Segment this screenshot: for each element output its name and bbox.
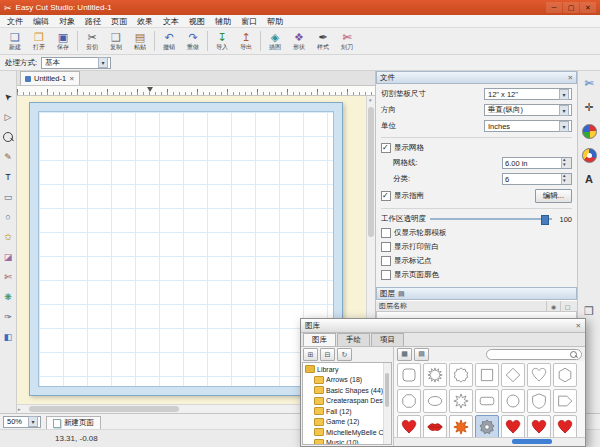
tree-scrollbar[interactable] (383, 363, 391, 444)
library-folder[interactable]: Game (12) (305, 417, 383, 428)
zoom-tool[interactable] (0, 129, 16, 145)
font-style-icon[interactable]: A (581, 171, 597, 187)
node-edit-tool[interactable]: ▷ (0, 109, 16, 125)
shape-rounded-square[interactable] (397, 363, 421, 387)
shape-scallop[interactable] (449, 363, 473, 387)
menu-item[interactable]: 对象 (54, 16, 80, 27)
gridline-stepper[interactable]: 6.00 in (502, 157, 572, 169)
minimize-button[interactable]: ─ (546, 2, 562, 13)
display-option-checkbox[interactable] (381, 270, 391, 280)
cutting-mat-grid[interactable] (38, 111, 334, 387)
orientation-select[interactable]: 垂直(纵向) (484, 104, 572, 116)
open-button[interactable]: ❐打开 (27, 31, 51, 51)
menu-item[interactable]: 窗口 (236, 16, 262, 27)
eraser-tool[interactable]: ◪ (0, 249, 16, 265)
slider-handle[interactable] (541, 215, 549, 225)
stepper-down-icon[interactable] (562, 163, 571, 168)
menu-item[interactable]: 编辑 (28, 16, 54, 27)
view-grid-large-icon[interactable]: ▤ (414, 348, 429, 361)
close-library-icon[interactable] (576, 321, 581, 330)
shape-heart[interactable] (527, 363, 551, 387)
shape-gear[interactable] (475, 415, 499, 437)
shape-heart[interactable] (501, 415, 525, 437)
library-scrollbar-thumb[interactable] (512, 439, 552, 444)
fill-tool[interactable]: ◧ (0, 329, 16, 345)
workspace-alpha-slider[interactable] (430, 214, 552, 224)
units-select[interactable]: Inches (484, 120, 572, 132)
subdivision-stepper[interactable]: 6 (502, 173, 572, 185)
library-folder[interactable]: Library (305, 364, 383, 375)
shape-rounded-rect[interactable] (475, 389, 499, 413)
library-folder[interactable]: MichelleMyBelle Cre... (305, 427, 383, 438)
cutting-mat[interactable] (29, 102, 343, 396)
shape-heart[interactable] (527, 415, 551, 437)
shape-burst[interactable] (423, 363, 447, 387)
stamp-tool[interactable]: ❋ (0, 289, 16, 305)
stepper-down-icon[interactable] (562, 179, 571, 184)
view-grid-small-icon[interactable]: ▦ (397, 348, 412, 361)
menu-item[interactable]: 页面 (106, 16, 132, 27)
paste-button[interactable]: ▤粘贴 (128, 31, 152, 51)
library-tab[interactable]: 图库 (303, 333, 336, 346)
new-page-tab[interactable]: 新建页面 (46, 416, 101, 429)
library-scrollbar[interactable] (394, 437, 585, 446)
refresh-button[interactable]: ↻ (337, 348, 352, 361)
edit-guides-button[interactable]: 编辑... (535, 189, 572, 203)
shape-shield[interactable] (527, 389, 551, 413)
rect-tool[interactable]: ▭ (0, 189, 16, 205)
document-tab[interactable]: Untitled-1 (20, 71, 80, 85)
show-grid-checkbox[interactable] (381, 143, 391, 153)
vertical-scrollbar-thumb[interactable] (368, 107, 374, 237)
library-title-bar[interactable]: 图库 (301, 319, 585, 333)
shape-diamond[interactable] (501, 363, 525, 387)
import-button[interactable]: ↧导入 (210, 31, 234, 51)
menu-item[interactable]: 路径 (80, 16, 106, 27)
menu-item[interactable]: 文本 (158, 16, 184, 27)
ellipse-tool[interactable]: ○ (0, 209, 16, 225)
redo-button[interactable]: ↷重做 (181, 31, 205, 51)
shape-heart[interactable] (397, 415, 421, 437)
library-folder[interactable]: Basic Shapes (44) (305, 385, 383, 396)
tree-scrollbar-thumb[interactable] (385, 373, 389, 407)
knife-tool[interactable]: ✄ (0, 269, 16, 285)
shape-oval[interactable] (423, 389, 447, 413)
horizontal-scrollbar-thumb[interactable] (29, 406, 179, 412)
library-folder[interactable]: Arrows (18) (305, 375, 383, 386)
shape-tag[interactable] (553, 389, 577, 413)
mat-size-select[interactable]: 12" x 12" (484, 88, 572, 100)
menu-item[interactable]: 文件 (2, 16, 28, 27)
select-tool[interactable]: ➤ (0, 89, 16, 105)
shape-flower[interactable] (449, 389, 473, 413)
horizontal-ruler[interactable] (17, 86, 375, 96)
trace-button[interactable]: ◈描图 (263, 31, 287, 51)
library-tab[interactable]: 手绘 (337, 333, 370, 346)
styles-button[interactable]: ✒样式 (311, 31, 335, 51)
mode-select[interactable]: 基本 (41, 57, 111, 69)
show-guides-checkbox[interactable] (381, 191, 391, 201)
export-button[interactable]: ↥导出 (234, 31, 258, 51)
shape-circle[interactable] (501, 389, 525, 413)
move-icon[interactable]: ✛ (581, 99, 597, 115)
shape-octagon[interactable] (397, 389, 421, 413)
shape-heart[interactable] (553, 415, 577, 437)
shape-square[interactable] (475, 363, 499, 387)
remove-folder-button[interactable]: ⊟ (320, 348, 335, 361)
maximize-button[interactable]: ▢ (563, 2, 579, 13)
display-option-checkbox[interactable] (381, 256, 391, 266)
star-tool[interactable]: ✩ (0, 229, 16, 245)
close-button[interactable]: ✕ (580, 2, 596, 13)
zoom-select[interactable]: 50% (3, 416, 41, 428)
display-option-checkbox[interactable] (381, 228, 391, 238)
cutter-icon[interactable]: ✄ (581, 75, 597, 91)
add-folder-button[interactable]: ⊞ (303, 348, 318, 361)
shape-lips[interactable] (423, 415, 447, 437)
close-tab-icon[interactable] (69, 74, 74, 83)
knife-button[interactable]: ✄刻刀 (335, 31, 359, 51)
shape-flower[interactable] (449, 415, 473, 437)
menu-item[interactable]: 帮助 (262, 16, 288, 27)
eyedropper-tool[interactable]: ✑ (0, 309, 16, 325)
display-option-checkbox[interactable] (381, 242, 391, 252)
close-panel-icon[interactable] (568, 73, 573, 82)
shape-hexagon[interactable] (553, 363, 577, 387)
text-tool[interactable]: T (0, 169, 16, 185)
